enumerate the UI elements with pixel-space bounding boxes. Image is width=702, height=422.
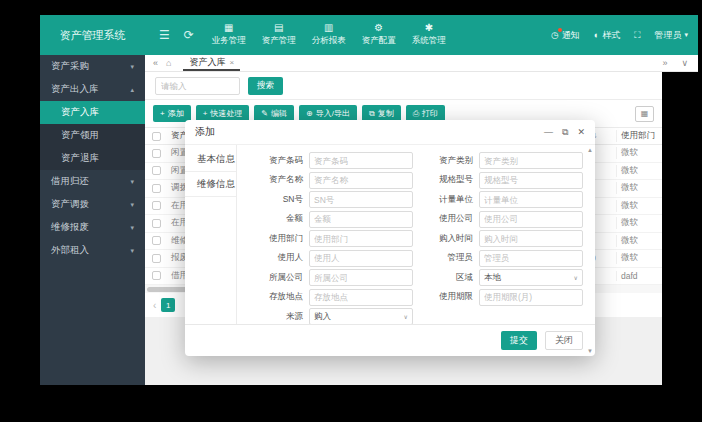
field-select[interactable]: 购入 ∨	[309, 308, 413, 325]
tabs-bar: « ⌂ 资产入库 × » ∨	[145, 55, 698, 72]
field-label: 使用部门	[243, 233, 303, 245]
style-button[interactable]: ◐ 样式	[594, 29, 620, 42]
close-button[interactable]: 关闭	[545, 331, 583, 350]
sidebar-item[interactable]: 外部租入 ▾	[40, 239, 145, 262]
form-field: 金额 ∨	[243, 211, 413, 228]
field-label: 来源	[243, 311, 303, 323]
sidebar-item[interactable]: 资产入库	[40, 101, 145, 124]
field-input[interactable]	[309, 152, 413, 169]
field-input[interactable]	[479, 289, 583, 306]
field-label: 使用期限	[413, 291, 473, 303]
tab-close-icon[interactable]: ×	[229, 58, 234, 67]
field-label: 存放地点	[243, 291, 303, 303]
modal-title: 添加	[195, 125, 215, 139]
modal-tab[interactable]: 基本信息	[185, 147, 236, 172]
refresh-icon[interactable]: ⟳	[184, 29, 194, 41]
field-input[interactable]	[309, 172, 413, 189]
search-input[interactable]	[155, 77, 240, 95]
maximize-icon[interactable]: ⧉	[562, 128, 568, 137]
sidebar-item[interactable]: 资产调拨 ▾	[40, 193, 145, 216]
modal-body: 基本信息 维修信息 资产条码 ∨	[185, 144, 595, 324]
admin-menu[interactable]: 管理员 ▾	[654, 29, 688, 42]
field-label: 资产条码	[243, 155, 303, 167]
field-input[interactable]	[479, 230, 583, 247]
toolbar-button-icon: +	[203, 110, 208, 118]
top-nav-item[interactable]: ▦ 业务管理	[212, 23, 246, 47]
close-icon[interactable]: ✕	[577, 128, 585, 137]
sidebar-item-arrow-icon: ▾	[130, 201, 134, 209]
nav-item-icon: ⚙	[374, 23, 383, 33]
field-input[interactable]	[479, 172, 583, 189]
sidebar-item[interactable]: 借用归还 ▾	[40, 170, 145, 193]
modal-titlebar: 添加 — ⧉ ✕	[185, 120, 595, 144]
tabs-dropdown-icon[interactable]: ∨	[681, 58, 688, 68]
row-checkbox[interactable]	[152, 149, 161, 158]
sidebar-item-arrow-icon: ▾	[130, 63, 134, 71]
modal-tab[interactable]: 维修信息	[185, 172, 236, 197]
nav-item-label: 业务管理	[212, 35, 246, 47]
field-select[interactable]: 本地 ∨	[479, 269, 583, 286]
sidebar-toggle-icon[interactable]: ☰	[159, 29, 170, 41]
field-input[interactable]	[479, 250, 583, 267]
page-1-button[interactable]: 1	[161, 298, 175, 312]
sidebar-item-label: 资产采购	[51, 60, 130, 73]
field-input[interactable]	[309, 191, 413, 208]
field-input[interactable]	[309, 250, 413, 267]
row-checkbox[interactable]	[152, 166, 161, 175]
sidebar-item[interactable]: 资产采购 ▾	[40, 55, 145, 78]
row-checkbox[interactable]	[152, 271, 161, 280]
field-input[interactable]	[479, 152, 583, 169]
collapse-icon[interactable]: «	[153, 58, 158, 68]
notification-dot	[558, 28, 562, 32]
sidebar-item-label: 资产出入库	[51, 83, 130, 96]
form-field: 规格型号 ∨	[413, 172, 583, 189]
modal-tabs: 基本信息 维修信息	[185, 145, 236, 324]
field-input[interactable]	[309, 289, 413, 306]
column-settings-button[interactable]: ▦	[635, 106, 654, 122]
field-label: 金额	[243, 213, 303, 225]
row-checkbox[interactable]	[152, 184, 161, 193]
search-button[interactable]: 搜索	[248, 77, 283, 95]
sidebar-item[interactable]: 资产领用	[40, 124, 145, 147]
cell-dept: 微软	[616, 235, 662, 247]
toolbar-button-label: 复制	[378, 108, 394, 119]
sidebar-item[interactable]: 维修报废 ▾	[40, 216, 145, 239]
row-checkbox[interactable]	[152, 219, 161, 228]
fullscreen-icon[interactable]: ⛶	[634, 30, 640, 41]
prev-page-icon[interactable]: ‹	[153, 300, 156, 311]
home-icon[interactable]: ⌂	[166, 58, 171, 68]
column-header-dept[interactable]: 使用部门	[616, 130, 662, 142]
top-nav-item[interactable]: ▤ 资产管理	[262, 23, 296, 47]
select-value: 本地	[484, 272, 501, 284]
sidebar-item-arrow-icon: ▾	[130, 247, 134, 255]
top-nav-item[interactable]: ⚙ 资产配置	[362, 23, 396, 47]
field-label: 购入时间	[413, 233, 473, 245]
sidebar-item-label: 资产退库	[61, 152, 134, 165]
sidebar-item[interactable]: 资产出入库 ▴	[40, 78, 145, 101]
row-checkbox[interactable]	[152, 254, 161, 263]
top-nav-item[interactable]: ✱ 系统管理	[412, 23, 446, 47]
select-all-checkbox[interactable]	[152, 132, 161, 141]
notifications-button[interactable]: ◷ 通知	[551, 29, 580, 42]
tabs-more-icon[interactable]: »	[662, 58, 667, 68]
toolbar-button-label: 导入/导出	[316, 108, 350, 119]
row-checkbox[interactable]	[152, 236, 161, 245]
modal-scroll-down-icon[interactable]: ▼	[587, 348, 593, 354]
toolbar-button-label: 快速处理	[210, 108, 242, 119]
row-checkbox[interactable]	[152, 201, 161, 210]
tab-asset-inbound[interactable]: 资产入库 ×	[183, 55, 240, 71]
field-input[interactable]	[309, 269, 413, 286]
field-input[interactable]	[479, 211, 583, 228]
field-input[interactable]	[309, 230, 413, 247]
nav-item-label: 资产配置	[362, 35, 396, 47]
modal-scroll-up-icon[interactable]: ▲	[587, 147, 593, 153]
field-input[interactable]	[309, 211, 413, 228]
sidebar-item-label: 维修报废	[51, 221, 130, 234]
minimize-icon[interactable]: —	[544, 128, 553, 137]
cell-dept: 微软	[616, 217, 662, 229]
field-input[interactable]	[479, 191, 583, 208]
toolbar-button-icon: ⎙	[413, 110, 419, 118]
submit-button[interactable]: 提交	[501, 331, 537, 350]
top-nav-item[interactable]: ▥ 分析报表	[312, 23, 346, 47]
sidebar-item[interactable]: 资产退库	[40, 147, 145, 170]
